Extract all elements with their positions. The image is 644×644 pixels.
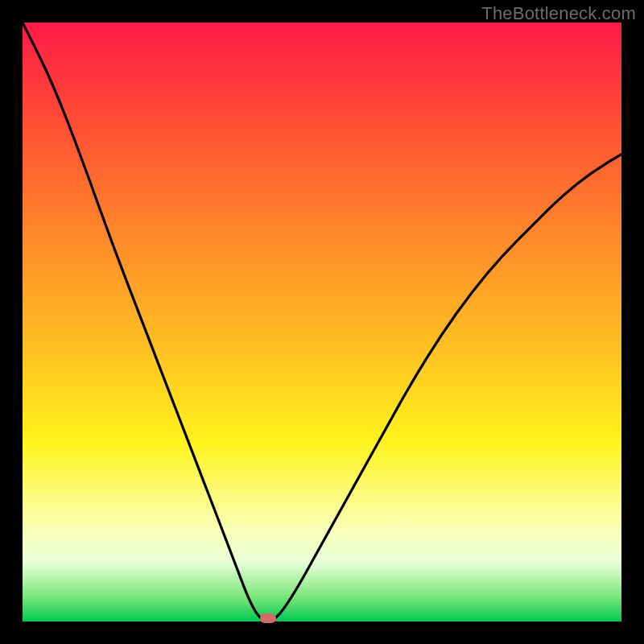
plot-area [23, 23, 621, 621]
chart-container: TheBottleneck.com [0, 0, 644, 644]
watermark-text: TheBottleneck.com [481, 3, 636, 24]
optimal-point-marker [260, 613, 276, 623]
bottleneck-curve [23, 23, 621, 621]
